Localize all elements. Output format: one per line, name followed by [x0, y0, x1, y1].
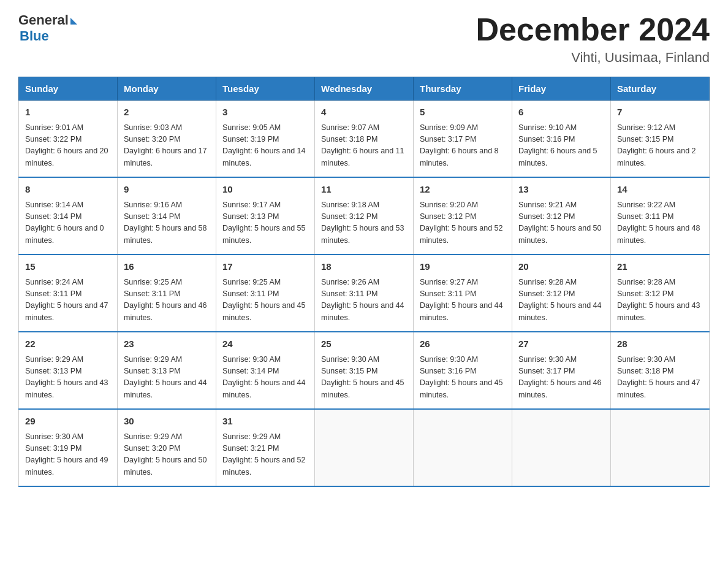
- day-info: Sunrise: 9:22 AMSunset: 3:11 PMDaylight:…: [617, 199, 703, 247]
- header-row: Sunday Monday Tuesday Wednesday Thursday…: [19, 77, 710, 101]
- day-number: 20: [518, 260, 604, 274]
- logo-general-text: General: [18, 12, 69, 28]
- col-thursday: Thursday: [414, 77, 512, 101]
- page-header: General Blue December 2024 Vihti, Uusima…: [18, 12, 710, 66]
- logo: General Blue: [18, 12, 77, 44]
- day-info: Sunrise: 9:12 AMSunset: 3:15 PMDaylight:…: [617, 122, 703, 170]
- day-number: 17: [222, 260, 308, 274]
- day-cell: 17Sunrise: 9:25 AMSunset: 3:11 PMDayligh…: [216, 255, 315, 332]
- day-cell: [414, 409, 512, 486]
- day-cell: 16Sunrise: 9:25 AMSunset: 3:11 PMDayligh…: [118, 255, 216, 332]
- week-row-3: 15Sunrise: 9:24 AMSunset: 3:11 PMDayligh…: [19, 255, 710, 332]
- day-info: Sunrise: 9:30 AMSunset: 3:19 PMDaylight:…: [25, 431, 111, 479]
- day-info: Sunrise: 9:03 AMSunset: 3:20 PMDaylight:…: [124, 122, 210, 170]
- day-info: Sunrise: 9:16 AMSunset: 3:14 PMDaylight:…: [124, 199, 210, 247]
- day-number: 12: [420, 183, 506, 197]
- day-info: Sunrise: 9:07 AMSunset: 3:18 PMDaylight:…: [321, 122, 407, 170]
- day-number: 10: [222, 183, 308, 197]
- day-cell: 1Sunrise: 9:01 AMSunset: 3:22 PMDaylight…: [19, 101, 118, 178]
- day-number: 28: [617, 337, 703, 351]
- day-cell: [512, 409, 611, 486]
- calendar-header: Sunday Monday Tuesday Wednesday Thursday…: [19, 77, 710, 101]
- day-cell: 4Sunrise: 9:07 AMSunset: 3:18 PMDaylight…: [315, 101, 414, 178]
- day-number: 23: [124, 337, 210, 351]
- day-number: 31: [222, 415, 308, 429]
- day-number: 24: [222, 337, 308, 351]
- day-info: Sunrise: 9:30 AMSunset: 3:18 PMDaylight:…: [617, 354, 703, 402]
- day-cell: 6Sunrise: 9:10 AMSunset: 3:16 PMDaylight…: [512, 101, 611, 178]
- col-sunday: Sunday: [19, 77, 118, 101]
- day-cell: 24Sunrise: 9:30 AMSunset: 3:14 PMDayligh…: [216, 332, 315, 409]
- day-cell: 22Sunrise: 9:29 AMSunset: 3:13 PMDayligh…: [19, 332, 118, 409]
- logo-triangle-icon: [70, 18, 77, 25]
- day-cell: 19Sunrise: 9:27 AMSunset: 3:11 PMDayligh…: [414, 255, 512, 332]
- day-number: 26: [420, 337, 506, 351]
- day-number: 21: [617, 260, 703, 274]
- day-info: Sunrise: 9:09 AMSunset: 3:17 PMDaylight:…: [420, 122, 506, 170]
- day-cell: 31Sunrise: 9:29 AMSunset: 3:21 PMDayligh…: [216, 409, 315, 486]
- day-cell: 23Sunrise: 9:29 AMSunset: 3:13 PMDayligh…: [118, 332, 216, 409]
- location-text: Vihti, Uusimaa, Finland: [476, 50, 710, 66]
- day-cell: 8Sunrise: 9:14 AMSunset: 3:14 PMDaylight…: [19, 177, 118, 255]
- day-number: 19: [420, 260, 506, 274]
- day-cell: 12Sunrise: 9:20 AMSunset: 3:12 PMDayligh…: [414, 177, 512, 255]
- day-cell: 29Sunrise: 9:30 AMSunset: 3:19 PMDayligh…: [19, 409, 118, 486]
- day-info: Sunrise: 9:20 AMSunset: 3:12 PMDaylight:…: [420, 199, 506, 247]
- day-info: Sunrise: 9:29 AMSunset: 3:13 PMDaylight:…: [25, 354, 111, 402]
- col-monday: Monday: [118, 77, 216, 101]
- col-friday: Friday: [512, 77, 611, 101]
- day-info: Sunrise: 9:24 AMSunset: 3:11 PMDaylight:…: [25, 277, 111, 324]
- logo-blue-text: Blue: [20, 28, 77, 44]
- day-number: 18: [321, 260, 407, 274]
- day-number: 11: [321, 183, 407, 197]
- col-wednesday: Wednesday: [315, 77, 414, 101]
- day-cell: 28Sunrise: 9:30 AMSunset: 3:18 PMDayligh…: [611, 332, 710, 409]
- day-info: Sunrise: 9:26 AMSunset: 3:11 PMDaylight:…: [321, 277, 407, 324]
- day-cell: 3Sunrise: 9:05 AMSunset: 3:19 PMDaylight…: [216, 101, 315, 178]
- day-cell: 13Sunrise: 9:21 AMSunset: 3:12 PMDayligh…: [512, 177, 611, 255]
- day-info: Sunrise: 9:14 AMSunset: 3:14 PMDaylight:…: [25, 199, 111, 247]
- day-cell: 25Sunrise: 9:30 AMSunset: 3:15 PMDayligh…: [315, 332, 414, 409]
- day-number: 6: [518, 105, 604, 120]
- day-number: 9: [124, 183, 210, 197]
- day-number: 16: [124, 260, 210, 274]
- col-saturday: Saturday: [611, 77, 710, 101]
- day-number: 7: [617, 105, 703, 120]
- day-number: 2: [124, 105, 210, 120]
- day-info: Sunrise: 9:30 AMSunset: 3:15 PMDaylight:…: [321, 354, 407, 402]
- day-cell: 10Sunrise: 9:17 AMSunset: 3:13 PMDayligh…: [216, 177, 315, 255]
- day-info: Sunrise: 9:27 AMSunset: 3:11 PMDaylight:…: [420, 277, 506, 324]
- day-info: Sunrise: 9:10 AMSunset: 3:16 PMDaylight:…: [518, 122, 604, 170]
- day-info: Sunrise: 9:28 AMSunset: 3:12 PMDaylight:…: [518, 277, 604, 324]
- day-cell: 26Sunrise: 9:30 AMSunset: 3:16 PMDayligh…: [414, 332, 512, 409]
- day-number: 25: [321, 337, 407, 351]
- day-info: Sunrise: 9:29 AMSunset: 3:21 PMDaylight:…: [222, 431, 308, 479]
- day-cell: 18Sunrise: 9:26 AMSunset: 3:11 PMDayligh…: [315, 255, 414, 332]
- day-cell: 30Sunrise: 9:29 AMSunset: 3:20 PMDayligh…: [118, 409, 216, 486]
- day-cell: 7Sunrise: 9:12 AMSunset: 3:15 PMDaylight…: [611, 101, 710, 178]
- day-number: 15: [25, 260, 111, 274]
- week-row-2: 8Sunrise: 9:14 AMSunset: 3:14 PMDaylight…: [19, 177, 710, 255]
- day-info: Sunrise: 9:28 AMSunset: 3:12 PMDaylight:…: [617, 277, 703, 324]
- day-cell: 5Sunrise: 9:09 AMSunset: 3:17 PMDaylight…: [414, 101, 512, 178]
- day-cell: 21Sunrise: 9:28 AMSunset: 3:12 PMDayligh…: [611, 255, 710, 332]
- day-cell: 27Sunrise: 9:30 AMSunset: 3:17 PMDayligh…: [512, 332, 611, 409]
- col-tuesday: Tuesday: [216, 77, 315, 101]
- day-info: Sunrise: 9:30 AMSunset: 3:17 PMDaylight:…: [518, 354, 604, 402]
- day-info: Sunrise: 9:30 AMSunset: 3:16 PMDaylight:…: [420, 354, 506, 402]
- day-cell: 2Sunrise: 9:03 AMSunset: 3:20 PMDaylight…: [118, 101, 216, 178]
- day-info: Sunrise: 9:25 AMSunset: 3:11 PMDaylight:…: [124, 277, 210, 324]
- day-cell: [315, 409, 414, 486]
- day-info: Sunrise: 9:29 AMSunset: 3:13 PMDaylight:…: [124, 354, 210, 402]
- day-number: 1: [25, 105, 111, 120]
- week-row-1: 1Sunrise: 9:01 AMSunset: 3:22 PMDaylight…: [19, 101, 710, 178]
- day-info: Sunrise: 9:17 AMSunset: 3:13 PMDaylight:…: [222, 199, 308, 247]
- day-number: 13: [518, 183, 604, 197]
- day-info: Sunrise: 9:25 AMSunset: 3:11 PMDaylight:…: [222, 277, 308, 324]
- day-cell: 11Sunrise: 9:18 AMSunset: 3:12 PMDayligh…: [315, 177, 414, 255]
- day-info: Sunrise: 9:18 AMSunset: 3:12 PMDaylight:…: [321, 199, 407, 247]
- day-cell: 20Sunrise: 9:28 AMSunset: 3:12 PMDayligh…: [512, 255, 611, 332]
- day-number: 30: [124, 415, 210, 429]
- title-area: December 2024 Vihti, Uusimaa, Finland: [476, 12, 710, 66]
- day-info: Sunrise: 9:05 AMSunset: 3:19 PMDaylight:…: [222, 122, 308, 170]
